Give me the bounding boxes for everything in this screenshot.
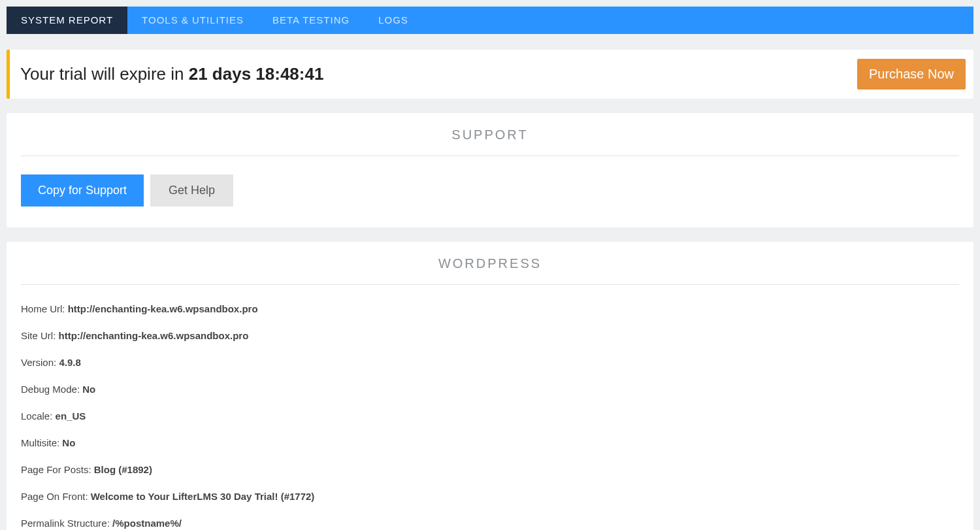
trial-expiry-text: Your trial will expire in 21 days 18:48:… bbox=[20, 64, 323, 84]
row-multisite: Multisite: No bbox=[21, 437, 959, 448]
label: Site Url: bbox=[21, 330, 59, 341]
label: Page For Posts: bbox=[21, 464, 94, 475]
row-home-url: Home Url: http://enchanting-kea.w6.wpsan… bbox=[21, 303, 959, 314]
value: Blog (#1892) bbox=[94, 464, 152, 475]
trial-countdown: 21 days 18:48:41 bbox=[189, 64, 324, 84]
wordpress-title: WORDPRESS bbox=[21, 256, 959, 285]
value: No bbox=[62, 437, 75, 448]
label: Multisite: bbox=[21, 437, 62, 448]
wordpress-info-list: Home Url: http://enchanting-kea.w6.wpsan… bbox=[21, 303, 959, 529]
value: http://enchanting-kea.w6.wpsandbox.pro bbox=[59, 330, 249, 341]
label: Page On Front: bbox=[21, 491, 91, 502]
get-help-button[interactable]: Get Help bbox=[150, 174, 233, 207]
label: Permalink Structure: bbox=[21, 518, 112, 529]
trial-banner: Your trial will expire in 21 days 18:48:… bbox=[7, 50, 973, 99]
tab-logs[interactable]: LOGS bbox=[364, 7, 423, 34]
tab-tools-utilities[interactable]: TOOLS & UTILITIES bbox=[127, 7, 258, 34]
value: http://enchanting-kea.w6.wpsandbox.pro bbox=[68, 303, 258, 314]
tab-system-report[interactable]: SYSTEM REPORT bbox=[7, 7, 127, 34]
row-debug-mode: Debug Mode: No bbox=[21, 384, 959, 395]
label: Version: bbox=[21, 357, 59, 368]
value: Welcome to Your LifterLMS 30 Day Trial! … bbox=[91, 491, 315, 502]
label: Locale: bbox=[21, 410, 56, 422]
copy-for-support-button[interactable]: Copy for Support bbox=[21, 174, 144, 207]
row-site-url: Site Url: http://enchanting-kea.w6.wpsan… bbox=[21, 330, 959, 341]
support-panel: SUPPORT Copy for Support Get Help bbox=[7, 113, 973, 227]
row-locale: Locale: en_US bbox=[21, 410, 959, 422]
row-version: Version: 4.9.8 bbox=[21, 357, 959, 368]
purchase-now-button[interactable]: Purchase Now bbox=[857, 59, 966, 90]
value: /%postname%/ bbox=[112, 518, 182, 529]
value: en_US bbox=[56, 410, 86, 422]
wordpress-panel: WORDPRESS Home Url: http://enchanting-ke… bbox=[7, 242, 973, 530]
tab-bar: SYSTEM REPORT TOOLS & UTILITIES BETA TES… bbox=[7, 7, 973, 34]
tab-beta-testing[interactable]: BETA TESTING bbox=[258, 7, 364, 34]
support-title: SUPPORT bbox=[21, 127, 959, 156]
value: No bbox=[82, 384, 95, 395]
value: 4.9.8 bbox=[59, 357, 80, 368]
label: Debug Mode: bbox=[21, 384, 82, 395]
trial-prefix: Your trial will expire in bbox=[20, 64, 189, 84]
label: Home Url: bbox=[21, 303, 68, 314]
row-page-on-front: Page On Front: Welcome to Your LifterLMS… bbox=[21, 491, 959, 502]
row-page-for-posts: Page For Posts: Blog (#1892) bbox=[21, 464, 959, 475]
row-permalink-structure: Permalink Structure: /%postname%/ bbox=[21, 518, 959, 529]
